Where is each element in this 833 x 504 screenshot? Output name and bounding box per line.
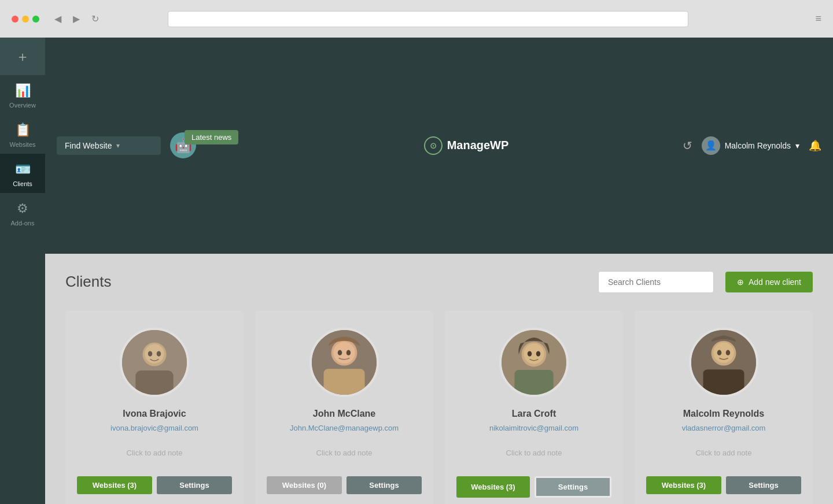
client-note-4[interactable]: Click to add note: [696, 442, 752, 465]
websites-button-4[interactable]: Websites (3): [646, 476, 721, 494]
clients-grid: Ivona Brajovic ivona.brajovic@gmail.com …: [65, 310, 813, 505]
svg-point-22: [717, 350, 721, 355]
back-button[interactable]: ◀: [52, 12, 64, 25]
browser-traffic-lights: [12, 16, 39, 23]
sidebar-item-clients-label: Clients: [13, 180, 32, 187]
svg-rect-20: [703, 369, 744, 395]
user-avatar: 👤: [702, 136, 720, 155]
sidebar: ＋ 📊 Overview 📋 Websites 🪪 Clients ⚙ Add-…: [0, 38, 45, 504]
client-avatar-2: [309, 328, 379, 397]
add-client-label: Add new client: [749, 277, 801, 287]
settings-button-3[interactable]: Settings: [535, 476, 611, 498]
refresh-button[interactable]: ↻: [89, 12, 101, 25]
top-bar-right: ↺ 👤 Malcolm Reynolds ▾ 🔔: [683, 136, 821, 155]
client-note-3[interactable]: Click to add note: [506, 442, 562, 465]
mascot-area: 🤖 Latest news: [170, 132, 250, 158]
svg-point-15: [524, 343, 544, 364]
top-bar: Find Website ▾ 🤖 Latest news ⊙ ManageWP …: [45, 38, 833, 254]
settings-button-2[interactable]: Settings: [347, 476, 422, 494]
sidebar-item-websites[interactable]: 📋 Websites: [0, 114, 45, 154]
client-actions-4: Websites (3) Settings: [646, 476, 801, 494]
clients-icon: 🪪: [15, 162, 31, 177]
client-note-2[interactable]: Click to add note: [316, 442, 373, 465]
client-actions-3: Websites (3) Settings: [456, 476, 611, 498]
settings-button-1[interactable]: Settings: [157, 476, 232, 494]
close-dot: [12, 16, 19, 23]
plus-icon: ＋: [16, 47, 30, 66]
client-card-1: Ivona Brajovic ivona.brajovic@gmail.com …: [65, 310, 244, 505]
svg-point-23: [726, 350, 730, 355]
overview-icon: 📊: [15, 83, 31, 98]
websites-button-3[interactable]: Websites (3): [456, 476, 530, 498]
right-side: Find Website ▾ 🤖 Latest news ⊙ ManageWP …: [45, 38, 833, 504]
client-note-1[interactable]: Click to add note: [127, 442, 183, 465]
websites-button-1[interactable]: Websites (3): [77, 476, 152, 494]
sidebar-item-overview-label: Overview: [9, 102, 36, 109]
notification-bell-icon[interactable]: 🔔: [809, 139, 821, 152]
forward-button[interactable]: ▶: [71, 12, 82, 25]
sidebar-item-addons[interactable]: ⚙ Add-ons: [0, 193, 45, 232]
settings-button-4[interactable]: Settings: [726, 476, 801, 494]
client-name-1: Ivona Brajovic: [123, 409, 186, 419]
logo-text: ManageWP: [447, 139, 509, 152]
client-email-3[interactable]: nikolaimitrovic@gmail.com: [489, 424, 578, 432]
client-card-4: Malcolm Reynolds vladasnerror@gmail.com …: [635, 310, 813, 505]
add-client-icon: ⊕: [737, 277, 744, 287]
svg-point-16: [528, 351, 532, 356]
client-avatar-3: [499, 328, 569, 397]
app-logo: ⊙ ManageWP: [424, 136, 509, 155]
latest-news-label: Latest news: [191, 133, 231, 142]
sidebar-item-overview[interactable]: 📊 Overview: [0, 75, 45, 114]
svg-point-9: [333, 342, 355, 363]
client-avatar-4: [689, 328, 758, 397]
svg-point-10: [338, 350, 342, 355]
svg-rect-2: [135, 370, 173, 395]
svg-rect-14: [514, 370, 553, 395]
client-actions-2: Websites (0) Settings: [267, 476, 422, 494]
sidebar-add-button[interactable]: ＋: [0, 38, 45, 75]
user-name: Malcolm Reynolds: [725, 141, 791, 150]
svg-point-5: [157, 351, 161, 356]
add-new-client-button[interactable]: ⊕ Add new client: [725, 272, 813, 292]
addons-icon: ⚙: [17, 201, 28, 216]
sidebar-item-addons-label: Add-ons: [11, 220, 35, 227]
svg-point-17: [536, 351, 540, 356]
find-website-dropdown[interactable]: Find Website ▾: [57, 136, 161, 155]
find-website-label: Find Website: [65, 141, 112, 150]
dropdown-arrow-icon: ▾: [116, 142, 120, 150]
websites-button-2[interactable]: Websites (0): [267, 476, 342, 494]
user-dropdown-arrow-icon: ▾: [795, 141, 799, 150]
client-name-4: Malcolm Reynolds: [683, 409, 764, 419]
sync-icon[interactable]: ↺: [683, 139, 692, 153]
logo-icon: ⊙: [424, 136, 443, 155]
address-bar[interactable]: [168, 11, 688, 27]
client-email-2[interactable]: John.McClane@managewp.com: [290, 424, 399, 432]
client-email-1[interactable]: ivona.brajovic@gmail.com: [110, 424, 198, 432]
svg-point-11: [347, 350, 351, 355]
client-actions-1: Websites (3) Settings: [77, 476, 232, 494]
main-content: Clients ⊕ Add new client Ivona Brajovic …: [45, 254, 833, 505]
maximize-dot: [32, 16, 39, 23]
svg-point-4: [148, 351, 152, 356]
client-name-2: John McClane: [313, 409, 375, 419]
client-card-2: John McClane John.McClane@managewp.com C…: [255, 310, 433, 505]
sidebar-item-clients[interactable]: 🪪 Clients: [0, 154, 45, 193]
page-title: Clients: [65, 273, 587, 291]
browser-chrome: ◀ ▶ ↻ ≡: [0, 0, 833, 38]
svg-rect-8: [324, 369, 365, 395]
client-card-3: Lara Croft nikolaimitrovic@gmail.com Cli…: [445, 310, 623, 505]
user-menu[interactable]: 👤 Malcolm Reynolds ▾: [702, 136, 799, 155]
minimize-dot: [22, 16, 29, 23]
search-clients-input[interactable]: [598, 271, 714, 293]
latest-news-badge[interactable]: Latest news: [185, 130, 238, 144]
page-header: Clients ⊕ Add new client: [65, 271, 813, 293]
websites-icon: 📋: [15, 123, 31, 138]
client-name-3: Lara Croft: [512, 409, 556, 419]
browser-menu-icon[interactable]: ≡: [815, 13, 821, 25]
app-container: ＋ 📊 Overview 📋 Websites 🪪 Clients ⚙ Add-…: [0, 38, 833, 504]
client-email-4[interactable]: vladasnerror@gmail.com: [682, 424, 766, 432]
sidebar-item-websites-label: Websites: [9, 141, 35, 148]
client-avatar-1: [120, 328, 189, 397]
